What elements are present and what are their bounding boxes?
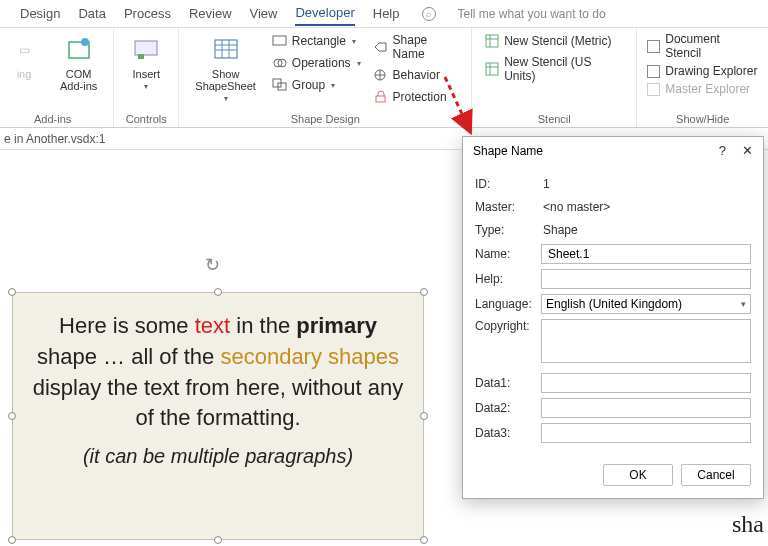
shape-name-dialog: Shape Name ? ✕ ID:1 Master:<no master> T… — [462, 136, 764, 499]
menu-tabs: Design Data Process Review View Develope… — [0, 0, 768, 28]
language-select[interactable]: English (United Kingdom)▾ — [541, 294, 751, 314]
id-value: 1 — [541, 175, 751, 193]
data2-label: Data2: — [475, 401, 541, 415]
svg-rect-4 — [215, 40, 237, 58]
data1-label: Data1: — [475, 376, 541, 390]
svg-point-1 — [81, 38, 89, 46]
dialog-titlebar[interactable]: Shape Name ? ✕ — [463, 137, 763, 164]
chevron-down-icon: ▾ — [352, 37, 356, 46]
behavior-button[interactable]: Behavior — [371, 66, 462, 84]
rotate-handle-icon[interactable]: ↻ — [205, 254, 220, 276]
primary-shape[interactable]: Here is some text in the primary shape …… — [12, 292, 424, 540]
svg-rect-3 — [138, 54, 144, 59]
tab-process[interactable]: Process — [124, 2, 171, 25]
type-label: Type: — [475, 223, 541, 237]
new-stencil-us-button[interactable]: New Stencil (US Units) — [482, 54, 626, 84]
svg-rect-9 — [273, 36, 286, 45]
group-showhide: Document Stencil Drawing Explorer Master… — [637, 28, 768, 127]
group-shape-design: Show ShapeSheet ▾ Rectangle▾ Operations▾… — [179, 28, 472, 127]
id-label: ID: — [475, 177, 541, 191]
selection-handle[interactable] — [420, 288, 428, 296]
group-stencil: New Stencil (Metric) New Stencil (US Uni… — [472, 28, 637, 127]
operations-button[interactable]: Operations▾ — [270, 54, 363, 72]
selection-handle[interactable] — [8, 288, 16, 296]
group-controls: Insert ▾ Controls — [114, 28, 179, 127]
rectangle-button[interactable]: Rectangle▾ — [270, 32, 363, 50]
drawing-explorer-checkbox[interactable]: Drawing Explorer — [647, 64, 758, 78]
tab-help[interactable]: Help — [373, 2, 400, 25]
tell-me-text[interactable]: Tell me what you want to do — [458, 7, 606, 21]
search-icon[interactable]: ⌕ — [422, 7, 436, 21]
svg-rect-21 — [486, 63, 498, 75]
cancel-button[interactable]: Cancel — [681, 464, 751, 486]
master-value: <no master> — [541, 198, 751, 216]
svg-rect-2 — [135, 41, 157, 55]
selection-handle[interactable] — [8, 536, 16, 544]
tab-design[interactable]: Design — [20, 2, 60, 25]
dialog-title: Shape Name — [473, 144, 543, 158]
tab-view[interactable]: View — [250, 2, 278, 25]
tab-review[interactable]: Review — [189, 2, 232, 25]
data3-input[interactable] — [541, 423, 751, 443]
copyright-input[interactable] — [541, 319, 751, 363]
type-value: Shape — [541, 221, 751, 239]
data3-label: Data3: — [475, 426, 541, 440]
chevron-down-icon: ▾ — [357, 59, 361, 68]
chevron-down-icon: ▾ — [741, 299, 746, 309]
group-stencil-label: Stencil — [538, 113, 571, 125]
chevron-down-icon: ▾ — [331, 81, 335, 90]
drawing-canvas[interactable]: ↻ Here is some text in the primary shape… — [0, 152, 440, 542]
group-addins-label: Add-ins — [34, 113, 71, 125]
group-shapedesign-label: Shape Design — [291, 113, 360, 125]
selection-handle[interactable] — [8, 412, 16, 420]
name-label: Name: — [475, 247, 541, 261]
group-controls-label: Controls — [126, 113, 167, 125]
selection-handle[interactable] — [420, 536, 428, 544]
shape-name-button[interactable]: Shape Name — [371, 32, 462, 62]
tab-data[interactable]: Data — [78, 2, 105, 25]
language-label: Language: — [475, 297, 541, 311]
ok-button[interactable]: OK — [603, 464, 673, 486]
master-label: Master: — [475, 200, 541, 214]
chevron-down-icon: ▾ — [144, 82, 148, 91]
selection-handle[interactable] — [420, 412, 428, 420]
group-showhide-label: Show/Hide — [676, 113, 729, 125]
chevron-down-icon: ▾ — [224, 94, 228, 103]
data1-input[interactable] — [541, 373, 751, 393]
data2-input[interactable] — [541, 398, 751, 418]
new-stencil-metric-button[interactable]: New Stencil (Metric) — [482, 32, 626, 50]
com-addins-button[interactable]: COM Add-ins — [54, 32, 103, 94]
protection-button[interactable]: Protection — [371, 88, 462, 106]
document-stencil-checkbox[interactable]: Document Stencil — [647, 32, 758, 60]
master-explorer-checkbox: Master Explorer — [647, 82, 758, 96]
close-icon[interactable]: ✕ — [742, 143, 753, 158]
tab-developer[interactable]: Developer — [295, 1, 354, 26]
selection-handle[interactable] — [214, 536, 222, 544]
svg-rect-17 — [376, 96, 385, 102]
blank-button[interactable]: ▭ing — [2, 32, 46, 82]
show-shapesheet-button[interactable]: Show ShapeSheet ▾ — [189, 32, 262, 105]
background-text-fragment: sha — [732, 511, 764, 538]
name-input[interactable] — [541, 244, 751, 264]
shape-text: Here is some text in the primary shape …… — [13, 293, 423, 488]
copyright-label: Copyright: — [475, 319, 541, 333]
insert-button[interactable]: Insert ▾ — [124, 32, 168, 93]
group-button[interactable]: Group▾ — [270, 76, 363, 94]
dialog-help-icon[interactable]: ? — [719, 143, 726, 158]
ribbon: ▭ing COM Add-ins Add-ins Insert ▾ Contro… — [0, 28, 768, 128]
help-label: Help: — [475, 272, 541, 286]
svg-rect-18 — [486, 35, 498, 47]
help-input[interactable] — [541, 269, 751, 289]
group-addins: ▭ing COM Add-ins Add-ins — [0, 28, 114, 127]
selection-handle[interactable] — [214, 288, 222, 296]
